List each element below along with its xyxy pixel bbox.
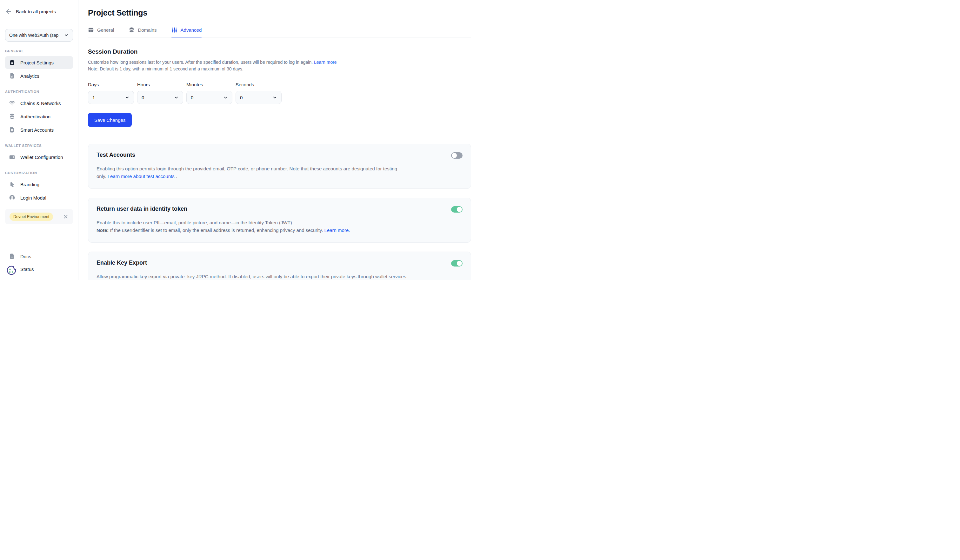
key-export-toggle[interactable] <box>451 260 462 266</box>
minutes-label: Minutes <box>186 82 232 87</box>
sliders-vertical-icon <box>171 27 178 33</box>
sidebar-item-login-modal[interactable]: Login Modal <box>5 191 73 204</box>
identity-token-toggle[interactable] <box>451 206 462 212</box>
minutes-select[interactable]: 0 <box>186 91 232 104</box>
identity-token-learn-more-link[interactable]: Learn more. <box>325 228 350 233</box>
chevron-down-icon <box>272 95 277 100</box>
tab-advanced[interactable]: Advanced <box>171 27 202 37</box>
session-description-text: Customize how long sessions last for you… <box>88 60 314 65</box>
hours-field: Hours 0 <box>137 82 183 104</box>
close-icon[interactable] <box>63 214 69 220</box>
section-divider <box>88 136 471 136</box>
table-icon <box>88 27 94 33</box>
page-title: Project Settings <box>88 8 471 18</box>
save-changes-button[interactable]: Save Changes <box>88 113 132 127</box>
days-value: 1 <box>92 95 95 100</box>
sidebar-item-label: Status <box>20 266 34 272</box>
chevron-down-icon <box>64 33 69 38</box>
days-select[interactable]: 1 <box>88 91 134 104</box>
test-accounts-line2-suffix: . <box>174 174 177 179</box>
toggle-knob <box>452 153 457 158</box>
nav-section-label-general: GENERAL <box>5 49 73 53</box>
file-chart-icon <box>9 73 15 79</box>
days-field: Days 1 <box>88 82 134 104</box>
sidebar-item-smart-accounts[interactable]: Smart Accounts <box>5 123 73 136</box>
back-label: Back to all projects <box>16 9 56 14</box>
session-learn-more-link[interactable]: Learn more <box>314 60 337 65</box>
clipboard-icon <box>9 59 15 66</box>
test-accounts-card: Test Accounts Enabling this option permi… <box>88 144 471 189</box>
identity-token-note-text: If the userIdentifier is set to email, o… <box>109 228 324 233</box>
database-icon <box>129 27 134 33</box>
identity-token-card: Return user data in identity token Enabl… <box>88 198 471 243</box>
cookie-icon[interactable] <box>9 266 15 272</box>
sidebar-item-label: Branding <box>20 182 39 187</box>
chevron-down-icon <box>174 95 179 100</box>
tab-label: Domains <box>138 27 157 33</box>
active-tab-underline <box>171 37 202 38</box>
days-label: Days <box>88 82 134 87</box>
chevron-down-icon <box>223 95 228 100</box>
document-icon <box>9 253 15 260</box>
project-selector-value: One with Web3Auth (sap <box>9 33 62 38</box>
hours-value: 0 <box>142 95 144 100</box>
duration-fields: Days 1 Hours 0 Minutes 0 Seconds 0 <box>88 82 471 104</box>
sidebar-item-label: Chains & Networks <box>20 101 61 106</box>
hours-select[interactable]: 0 <box>137 91 183 104</box>
seconds-select[interactable]: 0 <box>235 91 282 104</box>
seconds-field: Seconds 0 <box>235 82 282 104</box>
arrow-left-icon <box>5 8 12 15</box>
sidebar-item-authentication[interactable]: Authentication <box>5 110 73 123</box>
sidebar-item-project-settings[interactable]: Project Settings <box>5 56 73 69</box>
sidebar-item-analytics[interactable]: Analytics <box>5 70 73 82</box>
tab-general[interactable]: General <box>88 27 114 37</box>
minutes-field: Minutes 0 <box>186 82 232 104</box>
sidebar-nav: GENERAL Project Settings Analytics AUTHE… <box>0 41 78 246</box>
minutes-value: 0 <box>191 95 194 100</box>
sidebar-item-branding[interactable]: Branding <box>5 178 73 191</box>
sidebar-item-chains-networks[interactable]: Chains & Networks <box>5 97 73 110</box>
nav-section-label-authentication: AUTHENTICATION <box>5 90 73 94</box>
toggle-knob <box>457 207 462 212</box>
sidebar-item-status[interactable]: Status <box>5 263 73 275</box>
nav-section-label-customization: CUSTOMIZATION <box>5 171 73 175</box>
key-export-line1: Allow programmatic key export via privat… <box>96 274 408 279</box>
sidebar-item-wallet-configuration[interactable]: Wallet Configuration <box>5 151 73 163</box>
sidebar-item-label: Project Settings <box>20 60 54 65</box>
sidebar-item-docs[interactable]: Docs <box>5 250 73 263</box>
tab-label: General <box>97 27 114 33</box>
toggle-knob <box>457 261 462 266</box>
user-circle-icon <box>9 195 15 201</box>
identity-token-description: Enable this to include user PII—email, p… <box>96 219 462 234</box>
test-accounts-line1: Enabling this option permits login throu… <box>96 166 397 171</box>
main-content: Project Settings General Domains Advance… <box>78 0 480 280</box>
session-duration-description: Customize how long sessions last for you… <box>88 59 471 72</box>
sidebar-item-label: Authentication <box>20 114 50 119</box>
key-export-card: Enable Key Export Allow programmatic key… <box>88 252 471 280</box>
sidebar-item-label: Login Modal <box>20 195 46 201</box>
test-accounts-toggle[interactable] <box>451 152 462 159</box>
tab-domains[interactable]: Domains <box>129 27 157 37</box>
test-accounts-description: Enabling this option permits login throu… <box>96 165 462 180</box>
identity-token-title: Return user data in identity token <box>96 206 462 212</box>
test-accounts-line2-prefix: only. <box>96 174 107 179</box>
test-accounts-title: Test Accounts <box>96 152 462 158</box>
document-icon <box>9 127 15 133</box>
session-note-prefix: Note: <box>88 66 98 72</box>
devnet-environment-badge: Devnet Environment <box>10 212 53 221</box>
tab-label: Advanced <box>181 27 202 33</box>
project-selector[interactable]: One with Web3Auth (sap <box>5 29 73 41</box>
nav-section-label-wallet-services: WALLET SERVICES <box>5 144 73 148</box>
sidebar: Back to all projects One with Web3Auth (… <box>0 0 78 280</box>
sidebar-item-label: Docs <box>20 254 31 259</box>
test-accounts-learn-more-link[interactable]: Learn more about test accounts <box>107 174 174 179</box>
back-button[interactable]: Back to all projects <box>0 0 78 23</box>
sidebar-footer: Docs Status <box>0 246 78 280</box>
brush-icon <box>9 181 15 188</box>
tab-bar: General Domains Advanced <box>88 27 471 37</box>
hours-label: Hours <box>137 82 183 87</box>
identity-token-note-prefix: Note: <box>96 228 109 233</box>
identity-token-line1: Enable this to include user PII—email, p… <box>96 220 293 225</box>
database-icon <box>9 113 15 120</box>
seconds-value: 0 <box>240 95 243 100</box>
